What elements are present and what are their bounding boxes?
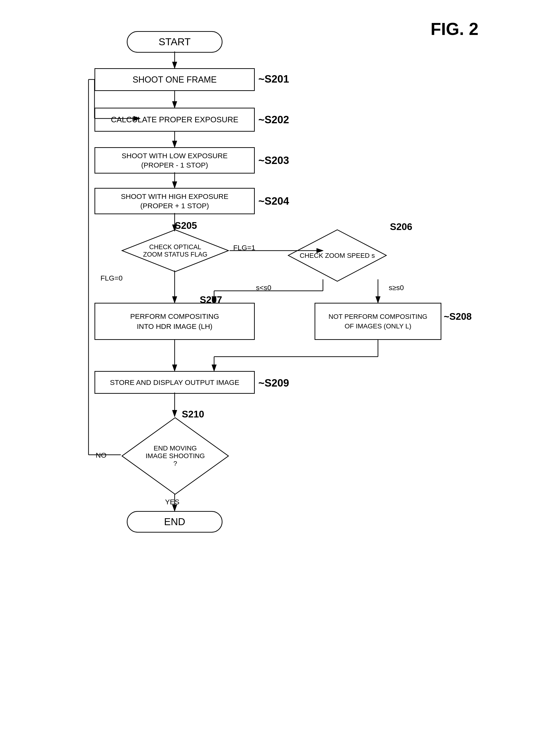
s201-label: ~S201 — [258, 73, 289, 85]
s205-text: CHECK OPTICAL ZOOM STATUS FLAG — [121, 229, 230, 273]
s202-label: ~S202 — [258, 114, 289, 126]
s207-label: S207 — [200, 295, 222, 305]
s208-node: NOT PERFORM COMPOSITING OF IMAGES (ONLY … — [315, 303, 441, 340]
s208-label: ~S208 — [444, 311, 472, 322]
s205-node: CHECK OPTICAL ZOOM STATUS FLAG — [121, 229, 230, 273]
start-node: START — [127, 31, 222, 53]
flg0-label: FLG=0 — [100, 274, 123, 282]
s203-label: ~S203 — [258, 155, 289, 166]
s209-node: STORE AND DISPLAY OUTPUT IMAGE — [95, 371, 255, 394]
s206-label: S206 — [390, 221, 412, 232]
s201-node: SHOOT ONE FRAME — [95, 68, 255, 91]
sgte-label: s≥s0 — [389, 284, 404, 292]
yes-label: YES — [165, 498, 179, 506]
slt-label: s<s0 — [256, 284, 271, 292]
s207-node: PERFORM COMPOSITING INTO HDR IMAGE (LH) — [95, 303, 255, 340]
flg1-label: FLG=1 — [233, 244, 255, 252]
no-label: NO — [96, 451, 106, 459]
figure-label: FIG. 2 — [431, 19, 479, 39]
flowchart: FIG. 2 START SHOOT ONE FRAME ~S201 CALCU… — [48, 14, 502, 732]
s206-node: CHECK ZOOM SPEED s — [287, 229, 388, 282]
s203-node: SHOOT WITH LOW EXPOSURE (PROPER - 1 STOP… — [95, 147, 255, 173]
s210-text: END MOVING IMAGE SHOOTING ? — [121, 417, 230, 495]
s210-node: END MOVING IMAGE SHOOTING ? — [121, 417, 230, 495]
end-node: END — [127, 511, 222, 533]
s209-label: ~S209 — [258, 377, 289, 389]
s204-node: SHOOT WITH HIGH EXPOSURE (PROPER + 1 STO… — [95, 188, 255, 214]
s204-label: ~S204 — [258, 195, 289, 207]
s210-label: S210 — [182, 409, 204, 420]
s206-text: CHECK ZOOM SPEED s — [287, 229, 388, 282]
s202-node: CALCULATE PROPER EXPOSURE — [95, 108, 255, 132]
s205-label: S205 — [175, 220, 197, 231]
